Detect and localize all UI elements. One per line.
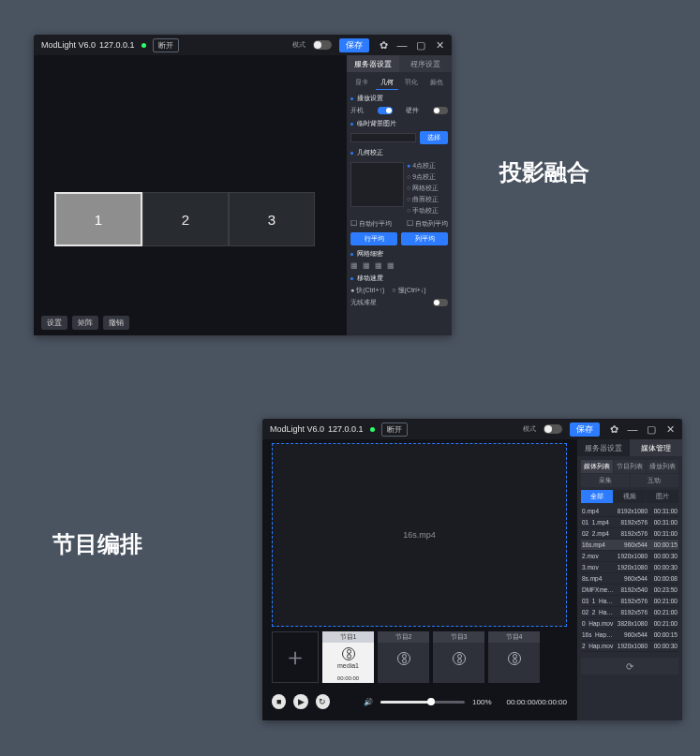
reel-icon [453,652,466,665]
auto-row-avg-checkbox[interactable]: 自动行平均 [350,219,392,229]
refresh-button[interactable]: ⟳ [581,658,678,674]
hardware-toggle[interactable] [433,107,448,114]
media-row[interactable]: 01_1.mp48192x57600:31:00 [581,517,678,528]
geom-opt-grid[interactable]: 网格校正 [407,183,448,194]
media-row[interactable]: 0.mp48192x108000:31:00 [581,506,678,517]
maximize-icon[interactable]: ▢ [416,40,425,50]
media-duration: 00:00:30 [649,564,678,571]
program-card[interactable]: 节目1media100:00:00 [322,631,374,683]
save-button[interactable]: 保存 [339,38,369,52]
tab-media-manager[interactable]: 媒体管理 [630,439,682,456]
media-row[interactable]: 2_Hap.mov1920x108000:00:30 [581,641,678,652]
program-card[interactable]: 节目4 [488,631,540,683]
reel-icon [508,652,521,665]
media-row[interactable]: 16s_Hap.mov960x54400:00:15 [581,630,678,641]
subtab-display[interactable]: 显卡 [350,76,374,90]
screens-row: 1 2 3 [54,192,315,246]
hardware-label: 硬件 [406,106,419,115]
tab-program-settings[interactable]: 程序设置 [399,55,452,72]
crosshair-toggle[interactable] [433,299,448,306]
srctab-media[interactable]: 媒体列表 [581,460,613,473]
media-name: 2.mov [582,553,614,559]
settings-icon[interactable]: ✿ [609,424,618,434]
connection-button[interactable]: 断开 [381,422,408,437]
ip-address: 127.0.0.1 [99,40,135,50]
filter-video[interactable]: 视频 [614,490,646,503]
media-row[interactable]: 02_2.mp48192x57600:31:00 [581,528,678,540]
screen-1[interactable]: 1 [54,192,142,246]
screen-2[interactable]: 2 [142,192,229,246]
geom-opt-4pt[interactable]: 4点校正 [407,160,448,171]
tab-server-settings[interactable]: 服务器设置 [347,55,399,72]
speed-fast-radio[interactable]: ● 快(Ctrl+↑) [350,286,384,295]
connection-button[interactable]: 断开 [153,38,179,52]
media-row[interactable]: 0_Hap.mov3828x108000:21:00 [581,618,678,630]
media-row[interactable]: 03_1_Hap.mov8192x57600:21:00 [581,596,678,607]
grid-icon[interactable]: ▦ [350,261,358,270]
media-duration: 00:23:50 [649,586,678,593]
minimize-icon[interactable]: — [628,424,637,434]
loop-button[interactable]: ↻ [316,694,330,709]
media-row[interactable]: 02_2_Hap.mov8192x57600:21:00 [581,607,678,618]
geom-opt-curve[interactable]: 曲面校正 [407,194,448,205]
settings-button[interactable]: 设置 [41,316,67,330]
media-resolution: 8192x576 [616,598,648,604]
undo-button[interactable]: 撤销 [103,316,129,330]
program-card[interactable]: 节目2 [378,631,429,683]
reel-icon [342,647,355,660]
subtab-feather[interactable]: 羽化 [400,76,424,90]
select-bg-button[interactable]: 选择 [420,131,448,144]
srctab-playlist[interactable]: 播放列表 [647,460,678,473]
media-resolution: 8192x576 [616,519,648,526]
auto-col-avg-checkbox[interactable]: 自动列平均 [407,219,448,229]
srctab-program[interactable]: 节目列表 [614,460,646,473]
group-geometry: 几何校正 [350,148,448,157]
media-row[interactable]: 2.mov1920x108000:00:30 [581,551,678,562]
media-row[interactable]: 8s.mp4960x54400:00:08 [581,573,678,585]
geom-opt-manual[interactable]: 手动校正 [407,205,448,216]
subtab-geometry[interactable]: 几何 [376,76,399,90]
minimize-icon[interactable]: — [397,40,407,50]
add-program-button[interactable]: ＋ [272,631,319,683]
volume-icon[interactable]: 🔊 [364,698,373,706]
media-resolution: 8192x540 [616,586,648,593]
media-row[interactable]: DMFXmedia.flv8192x54000:23:50 [581,585,678,596]
tab-server-settings[interactable]: 服务器设置 [577,439,630,456]
grid-icon[interactable]: ▦ [363,261,370,270]
close-icon[interactable]: ✕ [665,424,675,434]
settings-icon[interactable]: ✿ [379,40,388,50]
side-panel: 服务器设置 程序设置 显卡 几何 羽化 颜色 播放设置 开机 硬件 临时背景图片… [346,55,452,335]
power-toggle[interactable] [378,107,393,114]
stop-button[interactable]: ■ [272,694,286,709]
media-row[interactable]: 16s.mp4960x54400:00:15 [581,540,678,551]
row-avg-button[interactable]: 行平均 [350,232,397,245]
mode-toggle[interactable] [313,40,332,50]
program-card[interactable]: 节目3 [433,631,484,683]
screen-3[interactable]: 3 [229,192,315,246]
grid-icon[interactable]: ▦ [375,261,382,270]
close-icon[interactable]: ✕ [435,40,444,50]
speed-slow-radio[interactable]: ○ 慢(Ctrl+↓) [392,286,425,295]
program-media-name: media1 [337,662,359,669]
media-row[interactable]: 3.mov1920x108000:00:30 [581,562,678,573]
media-name: 0_Hap.mov [582,620,614,627]
filter-all[interactable]: 全部 [581,490,613,503]
grid-icon[interactable]: ▦ [387,261,395,270]
play-button[interactable]: ▶ [293,694,307,709]
geom-opt-9pt[interactable]: 9点校正 [407,171,448,183]
maximize-icon[interactable]: ▢ [647,424,656,434]
col-avg-button[interactable]: 列平均 [401,232,448,245]
srctab-interact[interactable]: 互动 [631,474,679,487]
filter-image[interactable]: 图片 [647,490,678,503]
canvas-drop-area[interactable]: 16s.mp4 [272,443,567,627]
srctab-capture[interactable]: 采集 [581,474,630,487]
canvas-media-name: 16s.mp4 [403,530,436,540]
media-duration: 00:00:08 [649,575,678,582]
mode-toggle[interactable] [544,424,562,434]
group-screenshot: 临时背景图片 [350,119,448,128]
subtab-color[interactable]: 颜色 [425,76,449,90]
matrix-button[interactable]: 矩阵 [72,316,98,330]
volume-slider[interactable] [380,701,465,704]
save-button[interactable]: 保存 [570,422,600,437]
media-name: 02_2.mp4 [582,530,614,537]
